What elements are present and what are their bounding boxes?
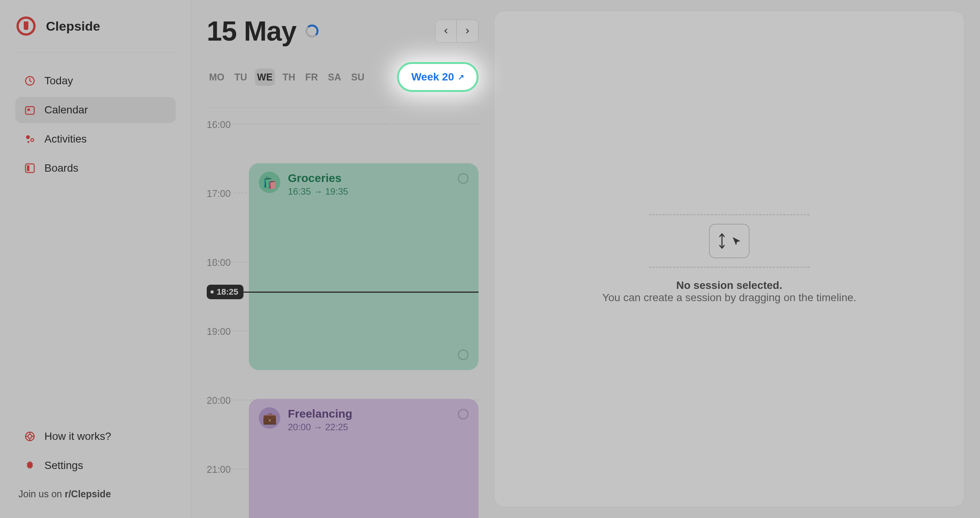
svg-point-6 [28,141,29,143]
hour-label: 21:00 [207,464,245,475]
current-time-indicator: 18:25 [207,285,479,299]
hour-label: 20:00 [207,395,245,406]
hour-label: 17:00 [207,188,245,199]
sidebar: Clepside Today Calendar Activities [0,0,191,518]
svg-rect-3 [28,108,30,111]
day-chip-we[interactable]: WE [255,69,275,86]
svg-point-4 [26,135,30,139]
date-header: 15 May [207,15,479,47]
drag-hint-icon [709,224,750,258]
sidebar-item-settings[interactable]: Settings [15,452,176,479]
week-label: Week 20 [411,71,454,83]
day-chip-fr[interactable]: FR [303,69,320,86]
drag-illustration [649,214,810,268]
sidebar-item-howitworks[interactable]: How it works? [15,423,176,449]
day-chip-th[interactable]: TH [280,69,297,86]
event-checkbox[interactable] [458,173,469,184]
empty-state-title: No session selected. [602,279,856,292]
gear-icon [24,459,36,472]
external-link-icon: ↗ [458,72,464,82]
day-chip-tu[interactable]: TU [232,69,249,86]
activities-icon [24,133,36,145]
brand-logo-icon [15,15,37,37]
event-emoji-icon: 💼 [259,407,280,429]
date-title: 15 May [207,15,296,47]
svg-rect-8 [27,166,29,171]
loading-spinner-icon [305,25,318,38]
sidebar-item-activities[interactable]: Activities [15,126,176,152]
hour-label: 18:00 [207,257,245,268]
empty-state-subtitle: You can create a session by dragging on … [602,292,856,304]
day-chip-su[interactable]: SU [349,69,367,86]
sidebar-item-boards[interactable]: Boards [15,155,176,181]
sidebar-item-calendar[interactable]: Calendar [15,97,176,123]
event-title: Freelancing [288,407,450,420]
svg-point-5 [31,139,34,142]
day-selector-row: MO TU WE TH FR SA SU Week 20 ↗ [207,62,479,108]
calendar-column: 15 May MO TU WE TH FR SA [207,0,479,518]
clock-icon [24,75,36,87]
hour-label: 16:00 [207,119,245,130]
event-time: 20:00 → 22:25 [288,422,450,433]
help-icon [24,430,36,443]
event-checkbox[interactable] [458,349,469,360]
svg-rect-7 [26,164,34,173]
dot-icon [211,290,214,293]
event-card-groceries[interactable]: 🛍️ Groceries 16:35 → 19:35 [249,163,479,370]
day-chip-sa[interactable]: SA [326,69,344,86]
sidebar-footer-link[interactable]: Join us on r/Clepside [15,482,176,507]
sidebar-item-label: How it works? [44,430,111,443]
event-checkbox[interactable] [458,409,469,420]
current-time-text: 18:25 [217,287,238,297]
sidebar-item-today[interactable]: Today [15,68,176,94]
event-time: 16:35 → 19:35 [288,186,450,197]
sidebar-item-label: Calendar [44,104,88,116]
sidebar-item-label: Settings [44,459,83,472]
main-content: 15 May MO TU WE TH FR SA [191,0,980,518]
timeline[interactable]: 16:00 17:00 18:00 19:00 20:00 21:00 🛍️ G… [207,119,479,518]
nav-list: Today Calendar Activities Boards [15,68,176,181]
sidebar-item-label: Today [44,75,73,87]
event-title: Groceries [288,172,450,185]
next-day-button[interactable] [457,20,478,42]
svg-point-10 [28,434,32,438]
sidebar-item-label: Activities [44,133,87,145]
footer-link-text: r/Clepside [65,488,111,499]
event-card-freelancing[interactable]: 💼 Freelancing 20:00 → 22:25 [249,399,479,518]
current-time-badge: 18:25 [207,285,243,299]
calendar-icon [24,104,36,116]
boards-icon [24,162,36,174]
week-pill-button[interactable]: Week 20 ↗ [397,62,479,92]
brand-name: Clepside [46,19,100,34]
detail-panel: No session selected. You can create a se… [494,11,965,507]
footer-prefix: Join us on [18,488,65,499]
brand[interactable]: Clepside [15,15,176,52]
day-chip-mo[interactable]: MO [207,69,227,86]
event-emoji-icon: 🛍️ [259,172,280,193]
date-nav-arrows [435,20,479,43]
hour-label: 19:00 [207,326,245,337]
prev-day-button[interactable] [435,20,457,42]
sidebar-item-label: Boards [44,162,78,174]
sidebar-bottom: How it works? Settings Join us on r/Clep… [15,423,176,507]
